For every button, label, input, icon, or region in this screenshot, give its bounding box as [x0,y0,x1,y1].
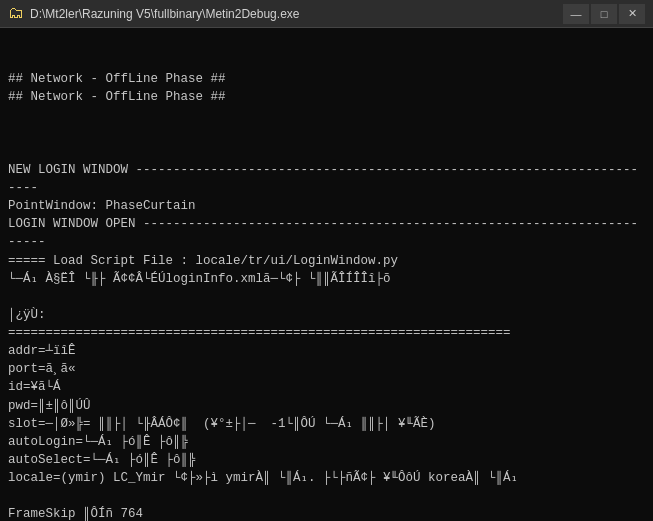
maximize-button[interactable]: □ [591,4,617,24]
console-line: slot=─│Ø»╠= ║║├│ └╟ÂÁÔ¢║ (¥°±├│─ -1└║ÔÚ … [8,415,645,433]
title-bar-controls: — □ ✕ [563,4,645,24]
console-line [8,143,645,161]
console-line: id=¥ã└Á [8,378,645,396]
console-line [8,288,645,306]
minimize-button[interactable]: — [563,4,589,24]
console-line: └─Á₁ À§ËÎ └╟├ Ã¢¢Â└ÉÚloginInfo.xmlã─└¢├ … [8,270,645,288]
title-bar-icon: 🗂 [8,6,24,22]
title-bar-text: D:\Mt2ler\Razuning V5\fullbinary\Metin2D… [30,7,299,21]
console-line: ## Network - OffLine Phase ## [8,70,645,88]
console-line [8,125,645,143]
close-button[interactable]: ✕ [619,4,645,24]
console-line: locale=(ymir) LC_Ymir └¢├»├ì ymirÀ║ └║Á₁… [8,469,645,487]
console-line: LOGIN WINDOW OPEN ----------------------… [8,215,645,251]
console-line: autoLogin=└─Á₁ ├ó║Ê ├ô║╠ [8,433,645,451]
console-line: pwd=║±║ô║ÚÛ [8,397,645,415]
console-line: ## Network - OffLine Phase ## [8,88,645,106]
console-line: NEW LOGIN WINDOW -----------------------… [8,161,645,197]
console-line: ========================================… [8,324,645,342]
console-line [8,52,645,70]
console-line: FrameSkip ║ÔÍñ 764 [8,505,645,521]
console-line: ===== Load Script File : locale/tr/ui/Lo… [8,252,645,270]
console-line: PointWindow: PhaseCurtain [8,197,645,215]
console-line: autoSelect=└─Á₁ ├ó║Ê ├ô║╠ [8,451,645,469]
console-line: addr=┴ïîÊ [8,342,645,360]
title-bar: 🗂 D:\Mt2ler\Razuning V5\fullbinary\Metin… [0,0,653,28]
console-line [8,107,645,125]
console-line [8,487,645,505]
console-line: port=ã¸ã« [8,360,645,378]
console-area: ## Network - OffLine Phase #### Network … [0,28,653,521]
console-line: │¿ÿÙ: [8,306,645,324]
